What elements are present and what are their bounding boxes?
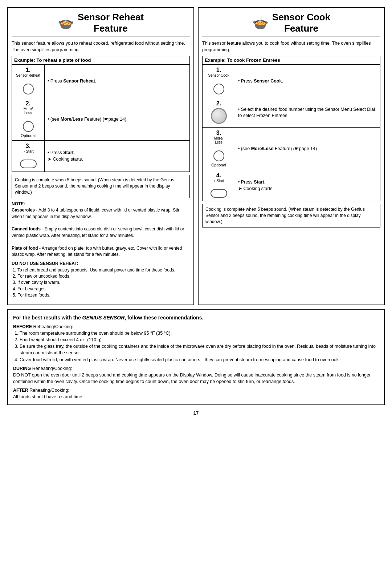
before-title: BEFORE Reheating/Cooking:: [13, 323, 379, 330]
donot-item-2: For raw or uncooked foods.: [17, 273, 190, 279]
donot-title: DO NOT USE SENSOR REHEAT:: [12, 261, 78, 266]
reheat-example-header: Example: To reheat a plate of food: [12, 56, 190, 64]
cook-step-1: 1. Sensor Cook • Press Sensor Cook.: [203, 65, 380, 98]
donot-item-4: For beverages.: [17, 286, 190, 292]
cook-step-4: 4. ○ Start • Press Start. Cooking starts…: [203, 170, 380, 201]
reheat-icon: 🍲: [58, 15, 74, 31]
sensor-reheat-column: 🍲 Sensor Reheat Feature This sensor feat…: [7, 7, 194, 305]
reheat-step1-number: 1.: [26, 67, 30, 73]
cook-step-2: 2. • Select the desired food number usin…: [203, 98, 380, 128]
start-button-reheat: [20, 160, 37, 168]
sensor-cook-column: 🍲 Sensor Cook Feature This sensor featur…: [198, 7, 385, 305]
cook-step3-label: More/Less: [205, 136, 232, 144]
bottom-genius-sensor-section: For the best results with the GENIUS SEN…: [7, 309, 385, 406]
note-title: NOTE:: [12, 201, 25, 206]
optional-label-reheat: Optional: [21, 133, 36, 138]
reheat-step1-label: Sensor Reheat: [15, 73, 41, 77]
reheat-step2-desc: • (see More/Less Feature) (☛page 14): [45, 98, 190, 141]
page-container: 🍲 Sensor Reheat Feature This sensor feat…: [7, 7, 385, 416]
reheat-step-2: 2. More/Less Optional • (see More/Less F…: [12, 98, 190, 141]
cook-step2-num-cell: 2.: [203, 98, 235, 128]
more-less-button-reheat: [23, 121, 34, 132]
cook-step1-number: 1.: [216, 67, 221, 73]
cook-step1-num-cell: 1. Sensor Cook: [203, 65, 235, 98]
cook-cooking-starts: Cooking starts.: [238, 186, 274, 191]
cook-example-header: Example: To cook Frozen Entrées: [202, 56, 380, 64]
cook-step2-number: 2.: [216, 100, 221, 106]
cook-step4-desc: • Press Start. Cooking starts.: [235, 170, 380, 201]
optional-label-cook: Optional: [211, 163, 226, 167]
reheat-step1-desc: • Press Sensor Reheat.: [45, 65, 190, 98]
bottom-header: For the best results with the GENIUS SEN…: [13, 314, 379, 321]
during-text: Reheating/Cooking: DO NOT open the oven …: [13, 366, 371, 384]
cook-cooking-complete: Cooking is complete when 5 beeps sound. …: [202, 204, 380, 227]
cook-intro: This sensor feature allows you to cook f…: [202, 40, 380, 53]
canned-foods-note: Canned foods - Empty contents into casse…: [12, 226, 184, 238]
donot-list: To reheat bread and pastry products. Use…: [17, 267, 190, 299]
cook-step1-label: Sensor Cook: [205, 73, 232, 77]
cook-step2-desc: • Select the desired food number using t…: [235, 98, 380, 128]
cook-step4-num-cell: 4. ○ Start: [203, 170, 235, 201]
after-section: AFTER Reheating/Cooking: All foods shoul…: [13, 387, 379, 400]
donot-item-3: If oven cavity is warm.: [17, 279, 190, 286]
more-less-button-cook: [213, 150, 224, 161]
reheat-step-3: 3. ○ Start • Press Start. Cooking starts…: [12, 141, 190, 172]
cook-icon: 🍲: [252, 15, 269, 31]
reheat-step3-num-cell: 3. ○ Start: [12, 141, 45, 172]
start-button-cook: [211, 189, 227, 198]
before-item-2: Food weight should exceed 4 oz. (110 g).: [20, 337, 379, 343]
reheat-cooking-complete: Cooking is complete when 5 beeps sound. …: [12, 175, 190, 198]
before-item-4: Cover food with lid, or with vented plas…: [20, 357, 379, 363]
sensor-reheat-button: [23, 84, 34, 94]
sensor-cook-button: [213, 84, 224, 94]
reheat-step2-number: 2.: [26, 100, 30, 106]
sensor-menu-dial: [211, 108, 227, 124]
reheat-step2-num-cell: 2. More/Less Optional: [12, 98, 45, 141]
before-item-1: The room temperature surrounding the ove…: [20, 330, 379, 337]
cook-step3-desc: • (see More/Less Feature) (☛page 14): [235, 128, 380, 170]
reheat-title-line1: Sensor Reheat: [78, 12, 144, 23]
reheat-title-line2: Feature: [94, 23, 128, 34]
cook-step1-desc: • Press Sensor Cook.: [235, 65, 380, 98]
reheat-step2-label: More/Less: [15, 107, 41, 115]
reheat-intro: This sensor feature allows you to reheat…: [12, 40, 190, 53]
cook-title: Sensor Cook Feature: [272, 12, 330, 34]
page-number: 17: [7, 410, 385, 416]
during-label: DURING: [13, 366, 31, 371]
reheat-steps-table: 1. Sensor Reheat • Press Sensor Reheat. …: [12, 64, 190, 172]
before-item-3: Be sure the glass tray, the outside of t…: [20, 343, 379, 356]
cook-title-line1: Sensor Cook: [272, 12, 330, 23]
cook-header: 🍲 Sensor Cook Feature: [202, 12, 380, 37]
before-list: The room temperature surrounding the ove…: [20, 330, 379, 363]
cook-title-line2: Feature: [284, 23, 318, 34]
cook-step-3: 3. More/Less Optional • (see More/Less F…: [203, 128, 380, 170]
reheat-step-1: 1. Sensor Reheat • Press Sensor Reheat.: [12, 65, 190, 98]
reheat-note-section: NOTE: Casseroles - Add 3 to 4 tablespoon…: [12, 201, 190, 258]
cook-step3-number: 3.: [216, 130, 221, 136]
cook-step4-number: 4.: [216, 172, 221, 178]
cook-step3-num-cell: 3. More/Less Optional: [203, 128, 235, 170]
reheat-step3-label: ○ Start: [15, 149, 41, 153]
donot-item-5: For frozen foods.: [17, 292, 190, 298]
during-section: DURING Reheating/Cooking: DO NOT open th…: [13, 365, 379, 385]
reheat-step3-desc: • Press Start. Cooking starts.: [45, 141, 190, 172]
after-label: AFTER: [13, 388, 28, 393]
reheat-cooking-starts: Cooking starts.: [48, 157, 83, 162]
cook-steps-table: 1. Sensor Cook • Press Sensor Cook. 2. •…: [202, 64, 380, 201]
donot-section: DO NOT USE SENSOR REHEAT: To reheat brea…: [12, 261, 190, 298]
reheat-step1-num-cell: 1. Sensor Reheat: [12, 65, 45, 98]
reheat-title: Sensor Reheat Feature: [78, 12, 144, 34]
cook-step4-label: ○ Start: [205, 179, 232, 183]
two-column-layout: 🍲 Sensor Reheat Feature This sensor feat…: [7, 7, 385, 305]
reheat-step3-number: 3.: [26, 143, 30, 149]
donot-item-1: To reheat bread and pastry products. Use…: [17, 267, 190, 273]
reheat-header: 🍲 Sensor Reheat Feature: [12, 12, 190, 37]
casseroles-note: Casseroles - Add 3 to 4 tablespoons of l…: [12, 208, 179, 219]
plate-of-food-note: Plate of food - Arrange food on plate; t…: [12, 246, 182, 257]
